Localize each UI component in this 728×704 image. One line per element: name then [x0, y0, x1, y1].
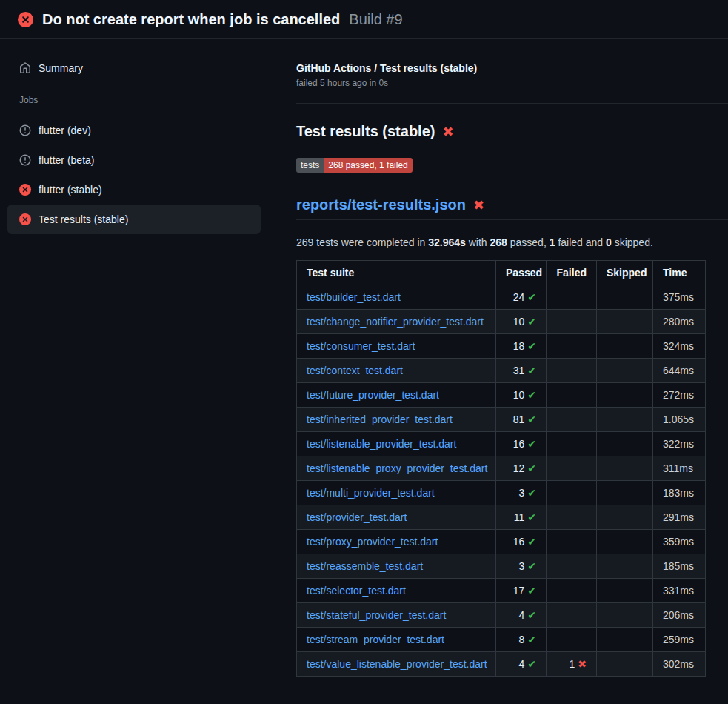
- suite-cell: test/change_notifier_provider_test.dart: [297, 310, 496, 334]
- skipped-cell: [597, 285, 653, 310]
- time-cell: 272ms: [653, 383, 706, 408]
- skipped-cell: [597, 603, 653, 628]
- jobs-heading: Jobs: [7, 95, 261, 105]
- x-circle-icon: [19, 184, 31, 196]
- passed-cell: 3 ✔: [496, 481, 547, 505]
- x-circle-icon: [19, 213, 31, 225]
- passed-cell: 18 ✔: [496, 334, 547, 359]
- skipped-cell: [597, 383, 653, 408]
- suite-cell: test/value_listenable_provider_test.dart: [297, 652, 496, 677]
- skipped-cell: [597, 579, 653, 603]
- suite-link[interactable]: test/builder_test.dart: [307, 291, 401, 303]
- suite-cell: test/selector_test.dart: [297, 579, 496, 603]
- skipped-cell: [597, 652, 653, 677]
- table-row: test/change_notifier_provider_test.dart1…: [297, 310, 706, 334]
- run-title: Do not create report when job is cancell…: [42, 11, 340, 28]
- cross-icon: ✖: [578, 658, 587, 670]
- check-icon: ✔: [527, 487, 536, 499]
- passed-cell: 3 ✔: [496, 554, 547, 579]
- suite-cell: test/future_provider_test.dart: [297, 383, 496, 408]
- passed-cell: 10 ✔: [496, 383, 547, 408]
- sidebar-item-summary[interactable]: Summary: [7, 55, 261, 82]
- passed-cell: 24 ✔: [496, 285, 547, 310]
- failed-cell: [547, 579, 597, 603]
- main-content: GitHub Actions / Test results (stable) f…: [273, 39, 728, 677]
- passed-cell: 12 ✔: [496, 456, 547, 481]
- time-cell: 206ms: [653, 603, 706, 628]
- time-cell: 302ms: [653, 652, 706, 677]
- failed-cell: [547, 554, 597, 579]
- table-row: test/stateful_provider_test.dart4 ✔206ms: [297, 603, 706, 628]
- suite-link[interactable]: test/selector_test.dart: [307, 585, 406, 597]
- passed-cell: 11 ✔: [496, 505, 547, 530]
- suite-link[interactable]: test/future_provider_test.dart: [307, 389, 439, 401]
- table-row: test/selector_test.dart17 ✔331ms: [297, 579, 706, 603]
- sidebar-item-job[interactable]: flutter (stable): [7, 175, 261, 205]
- suite-link[interactable]: test/stateful_provider_test.dart: [307, 609, 446, 621]
- passed-cell: 10 ✔: [496, 310, 547, 334]
- skipped-cell: [597, 628, 653, 652]
- suite-link[interactable]: test/multi_provider_test.dart: [307, 487, 435, 499]
- suite-link[interactable]: test/inherited_provider_test.dart: [307, 414, 453, 425]
- report-link[interactable]: reports/test-results.json: [296, 196, 466, 213]
- passed-cell: 17 ✔: [496, 579, 547, 603]
- failed-x-icon: ✖: [473, 199, 484, 212]
- sidebar-item-job[interactable]: Test results (stable): [7, 205, 261, 234]
- failed-cell: [547, 628, 597, 652]
- failed-cell: 1 ✖: [547, 652, 597, 677]
- col-header-time: Time: [653, 261, 706, 285]
- check-icon: ✔: [527, 316, 536, 328]
- section-title: Test results (stable): [296, 123, 435, 140]
- passed-cell: 4 ✔: [496, 603, 547, 628]
- check-icon: ✔: [527, 414, 536, 425]
- suite-cell: test/multi_provider_test.dart: [297, 481, 496, 505]
- run-build-number: Build #9: [349, 11, 402, 28]
- check-icon: ✔: [527, 634, 536, 645]
- sidebar-item-job[interactable]: flutter (beta): [7, 145, 261, 175]
- suite-link[interactable]: test/stream_provider_test.dart: [307, 634, 444, 645]
- job-label: flutter (dev): [39, 123, 91, 138]
- failed-cell: [547, 285, 597, 310]
- col-header-failed: Failed: [547, 261, 597, 285]
- suite-link[interactable]: test/consumer_test.dart: [307, 340, 415, 352]
- suite-link[interactable]: test/provider_test.dart: [307, 511, 407, 523]
- suite-link[interactable]: test/listenable_provider_test.dart: [307, 438, 456, 450]
- suite-cell: test/reassemble_test.dart: [297, 554, 496, 579]
- suite-link[interactable]: test/listenable_proxy_provider_test.dart: [307, 462, 487, 474]
- failed-cell: [547, 603, 597, 628]
- skipped-cell: [597, 432, 653, 456]
- table-row: test/value_listenable_provider_test.dart…: [297, 652, 706, 677]
- summary-label: Summary: [39, 61, 83, 76]
- check-icon: ✔: [527, 609, 536, 621]
- check-icon: ✔: [527, 340, 536, 352]
- skipped-cell: [597, 456, 653, 481]
- badge-label: tests: [296, 158, 324, 173]
- home-icon: [19, 62, 31, 74]
- suite-link[interactable]: test/proxy_provider_test.dart: [307, 536, 438, 548]
- table-row: test/context_test.dart31 ✔644ms: [297, 359, 706, 383]
- failed-cell: [547, 383, 597, 408]
- table-row: test/future_provider_test.dart10 ✔272ms: [297, 383, 706, 408]
- suite-link[interactable]: test/value_listenable_provider_test.dart: [307, 658, 487, 670]
- badge-value: 268 passed, 1 failed: [324, 158, 412, 173]
- exclamation-circle-icon: [19, 154, 31, 166]
- sidebar-item-job[interactable]: flutter (dev): [7, 116, 261, 145]
- check-icon: ✔: [527, 536, 536, 548]
- test-summary: 269 tests were completed in 32.964s with…: [296, 236, 728, 248]
- failed-cell: [547, 334, 597, 359]
- passed-cell: 8 ✔: [496, 628, 547, 652]
- suite-link[interactable]: test/reassemble_test.dart: [307, 560, 423, 572]
- suite-link[interactable]: test/change_notifier_provider_test.dart: [307, 316, 484, 328]
- divider: [296, 103, 728, 104]
- job-label: Test results (stable): [39, 212, 128, 227]
- col-header-skipped: Skipped: [597, 261, 653, 285]
- suite-cell: test/listenable_proxy_provider_test.dart: [297, 456, 496, 481]
- failed-cell: [547, 432, 597, 456]
- col-header-test-suite: Test suite: [297, 261, 496, 285]
- suite-link[interactable]: test/context_test.dart: [307, 365, 403, 376]
- status-line: failed 5 hours ago in 0s: [296, 78, 728, 88]
- skipped-cell: [597, 310, 653, 334]
- time-cell: 259ms: [653, 628, 706, 652]
- time-cell: 291ms: [653, 505, 706, 530]
- failed-cell: [547, 505, 597, 530]
